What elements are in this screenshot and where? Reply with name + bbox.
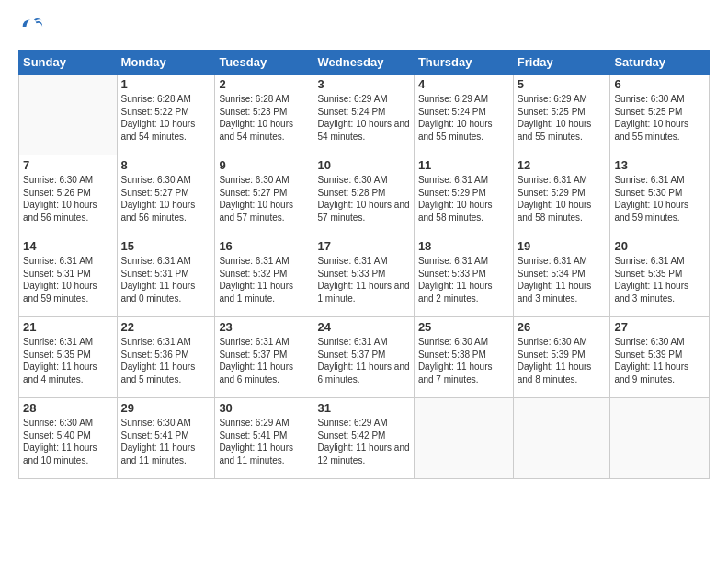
- day-info: Sunrise: 6:30 AM Sunset: 5:38 PM Dayligh…: [418, 336, 509, 385]
- calendar-cell: [610, 398, 710, 479]
- day-number: 22: [121, 320, 211, 334]
- calendar-cell: 22Sunrise: 6:31 AM Sunset: 5:36 PM Dayli…: [117, 317, 215, 398]
- day-info: Sunrise: 6:31 AM Sunset: 5:36 PM Dayligh…: [121, 336, 211, 385]
- day-number: 16: [219, 239, 309, 253]
- day-info: Sunrise: 6:30 AM Sunset: 5:28 PM Dayligh…: [317, 174, 409, 224]
- day-number: 8: [121, 158, 211, 172]
- calendar-cell: 23Sunrise: 6:31 AM Sunset: 5:37 PM Dayli…: [215, 317, 313, 398]
- calendar-cell: 12Sunrise: 6:31 AM Sunset: 5:29 PM Dayli…: [513, 155, 610, 236]
- calendar-cell: 6Sunrise: 6:30 AM Sunset: 5:25 PM Daylig…: [610, 75, 710, 155]
- day-number: 18: [418, 239, 509, 253]
- day-number: 11: [418, 158, 509, 172]
- weekday-header-sunday: Sunday: [19, 51, 118, 75]
- calendar-cell: 31Sunrise: 6:29 AM Sunset: 5:42 PM Dayli…: [313, 398, 414, 479]
- calendar-cell: 25Sunrise: 6:30 AM Sunset: 5:38 PM Dayli…: [414, 317, 513, 398]
- day-number: 21: [23, 320, 113, 334]
- calendar-cell: 15Sunrise: 6:31 AM Sunset: 5:31 PM Dayli…: [117, 236, 215, 317]
- calendar-week-4: 21Sunrise: 6:31 AM Sunset: 5:35 PM Dayli…: [19, 317, 710, 398]
- calendar-table: SundayMondayTuesdayWednesdayThursdayFrid…: [18, 50, 710, 479]
- day-number: 10: [317, 158, 409, 172]
- calendar-cell: 20Sunrise: 6:31 AM Sunset: 5:35 PM Dayli…: [610, 236, 710, 317]
- calendar-cell: [513, 398, 610, 479]
- day-number: 23: [219, 320, 309, 334]
- page: SundayMondayTuesdayWednesdayThursdayFrid…: [0, 0, 728, 563]
- calendar-cell: 1Sunrise: 6:28 AM Sunset: 5:22 PM Daylig…: [117, 75, 215, 155]
- day-info: Sunrise: 6:30 AM Sunset: 5:26 PM Dayligh…: [23, 174, 113, 224]
- day-number: 6: [614, 77, 705, 91]
- calendar-week-3: 14Sunrise: 6:31 AM Sunset: 5:31 PM Dayli…: [19, 236, 710, 317]
- weekday-header-friday: Friday: [513, 51, 610, 75]
- calendar-cell: 4Sunrise: 6:29 AM Sunset: 5:24 PM Daylig…: [414, 75, 513, 155]
- day-number: 19: [518, 239, 607, 253]
- day-number: 3: [317, 77, 409, 91]
- calendar-week-5: 28Sunrise: 6:30 AM Sunset: 5:40 PM Dayli…: [19, 398, 710, 479]
- weekday-header-thursday: Thursday: [414, 51, 513, 75]
- calendar-cell: [414, 398, 513, 479]
- day-info: Sunrise: 6:30 AM Sunset: 5:25 PM Dayligh…: [614, 93, 705, 143]
- weekday-header-monday: Monday: [117, 51, 215, 75]
- day-number: 4: [418, 77, 509, 91]
- day-info: Sunrise: 6:31 AM Sunset: 5:37 PM Dayligh…: [219, 336, 309, 385]
- day-info: Sunrise: 6:31 AM Sunset: 5:34 PM Dayligh…: [518, 255, 607, 304]
- day-number: 24: [317, 320, 409, 334]
- day-info: Sunrise: 6:31 AM Sunset: 5:35 PM Dayligh…: [23, 336, 113, 385]
- calendar-cell: 5Sunrise: 6:29 AM Sunset: 5:25 PM Daylig…: [513, 75, 610, 155]
- calendar-cell: 3Sunrise: 6:29 AM Sunset: 5:24 PM Daylig…: [313, 75, 414, 155]
- calendar-cell: 26Sunrise: 6:30 AM Sunset: 5:39 PM Dayli…: [513, 317, 610, 398]
- calendar-cell: 17Sunrise: 6:31 AM Sunset: 5:33 PM Dayli…: [313, 236, 414, 317]
- calendar-cell: 24Sunrise: 6:31 AM Sunset: 5:37 PM Dayli…: [313, 317, 414, 398]
- day-info: Sunrise: 6:31 AM Sunset: 5:35 PM Dayligh…: [614, 255, 705, 304]
- day-number: 28: [23, 401, 113, 415]
- day-info: Sunrise: 6:30 AM Sunset: 5:27 PM Dayligh…: [121, 174, 211, 224]
- day-info: Sunrise: 6:31 AM Sunset: 5:31 PM Dayligh…: [23, 255, 113, 304]
- calendar-cell: 27Sunrise: 6:30 AM Sunset: 5:39 PM Dayli…: [610, 317, 710, 398]
- day-info: Sunrise: 6:28 AM Sunset: 5:23 PM Dayligh…: [219, 93, 309, 143]
- logo-icon: [18, 15, 44, 40]
- day-info: Sunrise: 6:30 AM Sunset: 5:39 PM Dayligh…: [518, 336, 607, 385]
- day-number: 13: [614, 158, 705, 172]
- day-info: Sunrise: 6:31 AM Sunset: 5:37 PM Dayligh…: [317, 336, 409, 385]
- calendar-cell: 14Sunrise: 6:31 AM Sunset: 5:31 PM Dayli…: [19, 236, 118, 317]
- weekday-header-wednesday: Wednesday: [313, 51, 414, 75]
- day-info: Sunrise: 6:31 AM Sunset: 5:32 PM Dayligh…: [219, 255, 309, 304]
- day-number: 30: [219, 401, 309, 415]
- day-number: 25: [418, 320, 509, 334]
- calendar-cell: 19Sunrise: 6:31 AM Sunset: 5:34 PM Dayli…: [513, 236, 610, 317]
- calendar-cell: 11Sunrise: 6:31 AM Sunset: 5:29 PM Dayli…: [414, 155, 513, 236]
- day-info: Sunrise: 6:29 AM Sunset: 5:24 PM Dayligh…: [418, 93, 509, 143]
- day-info: Sunrise: 6:29 AM Sunset: 5:24 PM Dayligh…: [317, 93, 409, 143]
- calendar-cell: 28Sunrise: 6:30 AM Sunset: 5:40 PM Dayli…: [19, 398, 118, 479]
- day-number: 14: [23, 239, 113, 253]
- day-number: 12: [518, 158, 607, 172]
- calendar-week-2: 7Sunrise: 6:30 AM Sunset: 5:26 PM Daylig…: [19, 155, 710, 236]
- calendar-cell: 30Sunrise: 6:29 AM Sunset: 5:41 PM Dayli…: [215, 398, 313, 479]
- calendar-cell: [19, 75, 118, 155]
- weekday-header-tuesday: Tuesday: [215, 51, 313, 75]
- day-number: 31: [317, 401, 409, 415]
- day-info: Sunrise: 6:31 AM Sunset: 5:33 PM Dayligh…: [317, 255, 409, 304]
- calendar-cell: 18Sunrise: 6:31 AM Sunset: 5:33 PM Dayli…: [414, 236, 513, 317]
- day-number: 20: [614, 239, 705, 253]
- calendar-cell: 29Sunrise: 6:30 AM Sunset: 5:41 PM Dayli…: [117, 398, 215, 479]
- calendar-cell: 9Sunrise: 6:30 AM Sunset: 5:27 PM Daylig…: [215, 155, 313, 236]
- logo: [18, 15, 48, 40]
- day-info: Sunrise: 6:30 AM Sunset: 5:39 PM Dayligh…: [614, 336, 705, 385]
- calendar-cell: 7Sunrise: 6:30 AM Sunset: 5:26 PM Daylig…: [19, 155, 118, 236]
- day-info: Sunrise: 6:31 AM Sunset: 5:33 PM Dayligh…: [418, 255, 509, 304]
- calendar-cell: 2Sunrise: 6:28 AM Sunset: 5:23 PM Daylig…: [215, 75, 313, 155]
- day-info: Sunrise: 6:30 AM Sunset: 5:41 PM Dayligh…: [121, 417, 211, 466]
- day-info: Sunrise: 6:29 AM Sunset: 5:41 PM Dayligh…: [219, 417, 309, 466]
- day-info: Sunrise: 6:29 AM Sunset: 5:25 PM Dayligh…: [518, 93, 607, 143]
- day-number: 2: [219, 77, 309, 91]
- calendar-cell: 8Sunrise: 6:30 AM Sunset: 5:27 PM Daylig…: [117, 155, 215, 236]
- weekday-header-saturday: Saturday: [610, 51, 710, 75]
- day-info: Sunrise: 6:31 AM Sunset: 5:31 PM Dayligh…: [121, 255, 211, 304]
- day-number: 26: [518, 320, 607, 334]
- calendar-cell: 10Sunrise: 6:30 AM Sunset: 5:28 PM Dayli…: [313, 155, 414, 236]
- calendar-cell: 16Sunrise: 6:31 AM Sunset: 5:32 PM Dayli…: [215, 236, 313, 317]
- calendar-week-1: 1Sunrise: 6:28 AM Sunset: 5:22 PM Daylig…: [19, 75, 710, 155]
- day-info: Sunrise: 6:28 AM Sunset: 5:22 PM Dayligh…: [121, 93, 211, 143]
- calendar-cell: 21Sunrise: 6:31 AM Sunset: 5:35 PM Dayli…: [19, 317, 118, 398]
- day-number: 1: [121, 77, 211, 91]
- day-info: Sunrise: 6:31 AM Sunset: 5:30 PM Dayligh…: [614, 174, 705, 224]
